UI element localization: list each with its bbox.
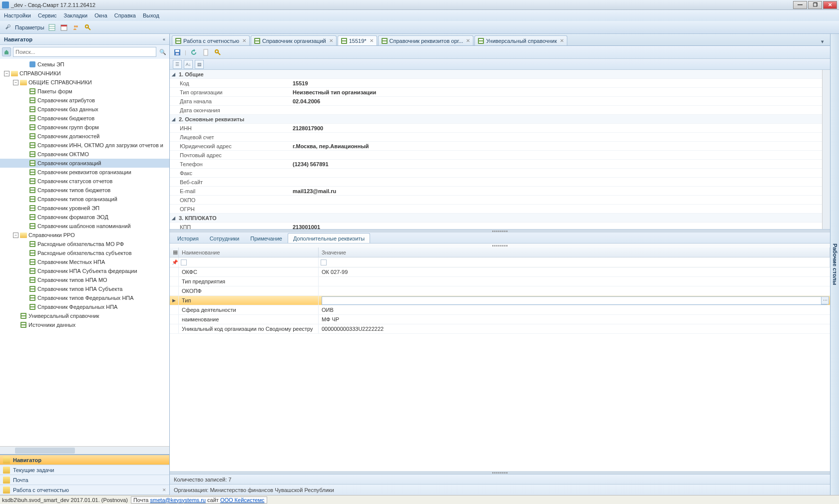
document-tab[interactable]: 15519*✕ [338, 35, 377, 45]
filter-name-cell[interactable] [179, 257, 319, 267]
grid-col-name[interactable]: Наименование [179, 248, 319, 257]
document-tab[interactable]: Универсальный справочник✕ [474, 35, 567, 45]
lookup-button[interactable]: ⋯ [821, 296, 829, 304]
grid-cell-name[interactable]: Уникальный код организации по Сводному р… [179, 324, 319, 333]
desktops-sidebar[interactable]: Рабочие столы [830, 34, 839, 495]
tree-item[interactable]: Справочник организаций [0, 159, 169, 168]
grid-row[interactable]: Сфера деятельностиОИВ [170, 305, 830, 315]
grid-cell-value[interactable] [319, 286, 830, 295]
nav-bottom-item[interactable]: Навигатор [0, 455, 169, 465]
tree-item[interactable]: Справочник атрибутов [0, 96, 169, 105]
propgrid-group[interactable]: ◢3. КПП/ОКАТО [170, 214, 822, 223]
tree-item[interactable]: Справочник реквизитов организации [0, 168, 169, 177]
sort-button[interactable]: A↓ [184, 60, 193, 69]
grid-cell-name[interactable]: Тип [179, 296, 319, 305]
tree-item[interactable]: Справочник бюджетов [0, 114, 169, 123]
grid-cell-editor[interactable] [322, 296, 827, 305]
propgrid-row[interactable]: Тип организацииНеизвестный тип организац… [170, 88, 822, 97]
grid-cell-name[interactable]: ОКОПФ [179, 286, 319, 295]
propgrid-row[interactable]: Юридический адресг.Москва, пер.Авиационн… [170, 142, 822, 151]
propgrid-group[interactable]: ◢1. Общие [170, 70, 822, 79]
grid-row[interactable]: Уникальный код организации по Сводному р… [170, 324, 830, 334]
collapse-icon[interactable]: ◢ [170, 72, 177, 77]
propgrid-value[interactable]: mail123@mail.ru [290, 188, 822, 194]
tree-item[interactable]: Справочник НПА Субъекта федерации [0, 266, 169, 275]
tree-item[interactable]: −ОБЩИЕ СПРАВОЧНИКИ [0, 78, 169, 87]
close-button[interactable]: ✕ [823, 1, 837, 9]
key-icon[interactable] [83, 23, 92, 32]
status-site-link[interactable]: ООО Кейсистемс [220, 497, 265, 503]
tree-item[interactable]: −Справочники РРО [0, 231, 169, 240]
propgrid-row[interactable]: Дата окончания [170, 106, 822, 115]
menu-help[interactable]: Справка [114, 12, 136, 18]
propgrid-row[interactable]: Дата начала02.04.2006 [170, 97, 822, 106]
grid-row[interactable]: ОКФСОК 027-99 [170, 267, 830, 277]
categorize-button[interactable]: ☰ [173, 60, 182, 69]
propgrid-value[interactable]: 213001001 [290, 224, 822, 230]
propgrid-value[interactable]: Неизвестный тип организации [290, 89, 822, 95]
doc-icon[interactable] [201, 48, 210, 57]
tree-item[interactable]: Справочник статусов отчетов [0, 177, 169, 186]
grid-row[interactable]: наименованиеМФ ЧР [170, 315, 830, 324]
grid-row[interactable]: ОКОПФ [170, 286, 830, 296]
grid-cell-value[interactable]: ОК 027-99 [319, 267, 830, 276]
users-icon[interactable] [71, 23, 80, 32]
nav-bottom-item[interactable]: Текущие задачи [0, 465, 169, 475]
tabs-list-button[interactable]: ▾ [821, 38, 828, 45]
propgrid-row[interactable]: Телефон(1234) 567891 [170, 160, 822, 169]
propgrid-value[interactable]: 15519 [290, 80, 822, 86]
tab-close-icon[interactable]: ✕ [370, 38, 374, 43]
calendar-icon[interactable] [59, 23, 68, 32]
filter-value-cell[interactable] [319, 257, 830, 267]
tab-close-icon[interactable]: ✕ [466, 38, 470, 43]
search-icon[interactable]: 🔍 [158, 49, 167, 55]
tree-item[interactable]: Пакеты форм [0, 87, 169, 96]
tab-close-icon[interactable]: ✕ [242, 38, 246, 43]
grid-cell-value[interactable]: ОИВ [319, 305, 830, 314]
status-mail-link[interactable]: smeta@keysystems.ru [150, 497, 206, 503]
tree-item[interactable]: Универсальный справочник [0, 311, 169, 320]
sub-tab[interactable]: Дополнительные реквизиты [288, 233, 370, 243]
propgrid-row[interactable]: ОКПО [170, 196, 822, 205]
search-input[interactable] [13, 47, 156, 57]
tree-item[interactable]: Справочник типов НПА Субъекта [0, 284, 169, 293]
tree-item[interactable]: Справочник должностей [0, 132, 169, 141]
tab-close-icon[interactable]: ✕ [560, 38, 564, 43]
document-tab[interactable]: Справочник организаций✕ [251, 35, 337, 45]
tree-item[interactable]: Справочник ОКТМО [0, 150, 169, 159]
close-icon[interactable]: ✕ [162, 488, 166, 493]
propgrid-value[interactable]: г.Москва, пер.Авиационный [290, 143, 822, 149]
grid-handle[interactable] [170, 244, 830, 248]
grid-cell-value[interactable]: МФ ЧР [319, 315, 830, 324]
tree-item[interactable]: Справочник шаблонов напоминаний [0, 222, 169, 231]
expand-toggle[interactable]: − [13, 80, 18, 85]
collapse-icon[interactable]: ◢ [170, 117, 177, 122]
tree-item[interactable]: Расходные обязательства субъектов [0, 249, 169, 257]
menu-bookmarks[interactable]: Закладки [64, 12, 88, 18]
filter-pin-icon[interactable]: 📌 [170, 257, 179, 267]
grid-cell-name[interactable]: Тип предприятия [179, 277, 319, 286]
menu-windows[interactable]: Окна [94, 12, 107, 18]
grid-cell-value[interactable] [319, 277, 830, 286]
tree-item[interactable]: Справочник типов Федеральных НПА [0, 293, 169, 302]
grid-icon[interactable] [47, 23, 56, 32]
propgrid-row[interactable]: Лицевой счет [170, 133, 822, 142]
tree-item[interactable]: Расходные обязательства МО РФ [0, 240, 169, 249]
tab-close-icon[interactable]: ✕ [329, 38, 333, 43]
tree-item[interactable]: Справочник групп форм [0, 123, 169, 132]
menu-exit[interactable]: Выход [143, 12, 159, 18]
grid-cell-name[interactable]: Сфера деятельности [179, 305, 319, 314]
propgrid-row[interactable]: ИНН2128017900 [170, 124, 822, 133]
propgrid-row[interactable]: ОГРН [170, 205, 822, 214]
tree-item[interactable]: Справочник Федеральных НПА [0, 302, 169, 311]
grid-row[interactable]: ▶Тип⋯ [170, 296, 830, 305]
propgrid-value[interactable]: 02.04.2006 [290, 98, 822, 104]
propgrid-row[interactable]: Факс [170, 169, 822, 178]
tree-item[interactable]: Справочник форматов ЭОД [0, 213, 169, 222]
wrench-icon[interactable] [3, 23, 12, 32]
collapse-icon[interactable]: ◢ [170, 216, 177, 221]
grid-row[interactable]: Тип предприятия [170, 277, 830, 286]
home-icon[interactable] [2, 47, 11, 56]
propgrid-row[interactable]: Веб-сайт [170, 178, 822, 187]
propgrid-row[interactable]: Почтовый адрес [170, 151, 822, 160]
